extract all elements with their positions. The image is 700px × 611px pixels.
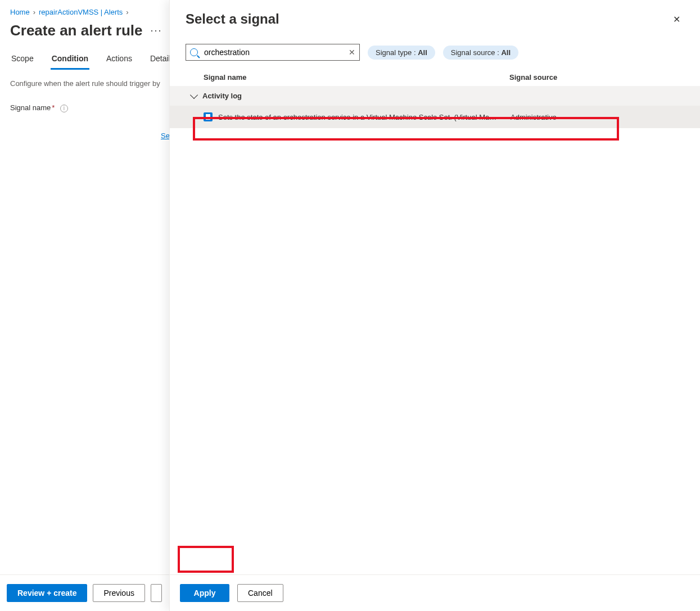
tab-scope[interactable]: Scope xyxy=(10,49,35,70)
chevron-right-icon: › xyxy=(126,8,128,16)
signal-row-name: Sets the state of an orchestration servi… xyxy=(218,113,511,121)
tab-actions[interactable]: Actions xyxy=(105,49,133,70)
previous-button[interactable]: Previous xyxy=(93,584,144,602)
signal-search: ✕ xyxy=(186,44,360,61)
column-signal-source: Signal source xyxy=(509,73,684,82)
panel-header: Select a signal ✕ xyxy=(170,0,700,44)
signal-row[interactable]: Sets the state of an orchestration servi… xyxy=(170,106,700,128)
cancel-button[interactable]: Cancel xyxy=(237,584,283,602)
close-icon[interactable]: ✕ xyxy=(669,11,684,27)
tab-condition[interactable]: Condition xyxy=(51,49,89,70)
page-title: Create an alert rule xyxy=(10,22,143,39)
signal-search-input[interactable] xyxy=(186,44,360,61)
panel-toolbar: ✕ Signal type : All Signal source : All xyxy=(170,44,700,73)
group-label: Activity log xyxy=(202,92,242,100)
breadcrumb-home[interactable]: Home xyxy=(10,8,30,16)
more-actions-icon[interactable]: ··· xyxy=(151,25,162,37)
signal-row-source: Administrative xyxy=(511,113,684,121)
activity-log-icon xyxy=(204,112,213,121)
panel-title: Select a signal xyxy=(186,11,279,27)
info-icon[interactable]: i xyxy=(60,105,68,112)
next-button-truncated[interactable] xyxy=(151,584,162,602)
filter-signal-source[interactable]: Signal source : All xyxy=(443,46,518,60)
search-icon xyxy=(190,48,198,56)
filter-signal-type[interactable]: Signal type : All xyxy=(368,46,435,60)
grid-header: Signal name Signal source xyxy=(170,73,700,86)
breadcrumb-resource[interactable]: repairActionVMSS | Alerts xyxy=(39,8,123,16)
chevron-right-icon: › xyxy=(33,8,35,16)
chevron-down-icon xyxy=(190,90,198,98)
panel-footer: Apply Cancel xyxy=(170,574,700,611)
apply-button[interactable]: Apply xyxy=(180,584,229,602)
group-activity-log[interactable]: Activity log xyxy=(170,86,700,106)
signal-name-label: Signal name* i xyxy=(10,103,68,112)
column-signal-name: Signal name xyxy=(204,73,509,82)
clear-search-icon[interactable]: ✕ xyxy=(349,48,355,57)
select-signal-panel: Select a signal ✕ ✕ Signal type : All Si… xyxy=(169,0,700,611)
review-create-button[interactable]: Review + create xyxy=(7,584,87,602)
